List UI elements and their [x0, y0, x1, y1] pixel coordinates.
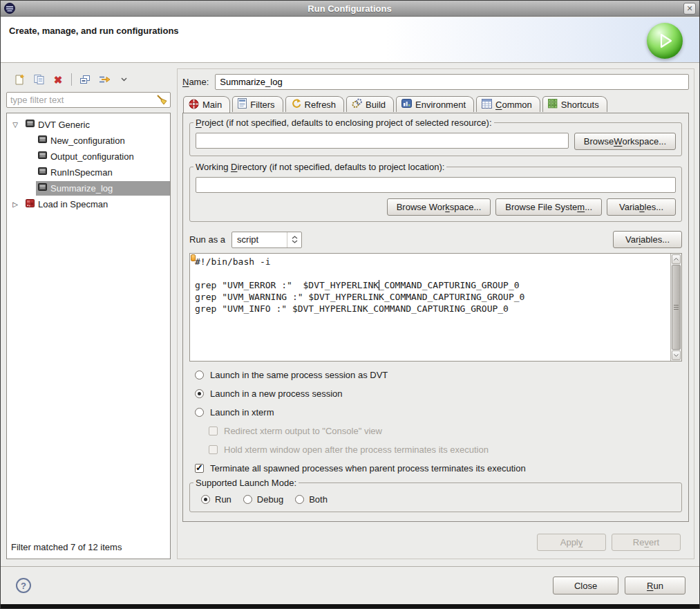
run-as-combo[interactable]: script — [231, 232, 302, 248]
tree-item-label: RunInSpecman — [50, 167, 113, 178]
project-group-label: Project (if not specified, defaults to e… — [193, 118, 494, 128]
configuration-form: Name: Main Filters Refresh Bu — [177, 68, 694, 559]
script-editor: #!/bin/bash -i grep "UVM_ERROR :" $DVT_H… — [189, 253, 682, 362]
tree-item-dvt-generic[interactable]: ▽ DVT Generic — [7, 117, 170, 133]
option-label: Launch in the same process session as DV… — [210, 370, 388, 380]
eclipse-icon — [4, 3, 16, 15]
close-button[interactable]: Close — [553, 577, 618, 594]
run-configurations-dialog: Run Configurations ✕ Create, manage, and… — [0, 0, 700, 609]
filter-configurations-icon[interactable] — [98, 73, 111, 86]
mode-label: Debug — [257, 494, 283, 505]
radio-icon[interactable] — [295, 495, 304, 504]
working-directory-group: Working Directory (if not specified, def… — [189, 167, 682, 222]
tree-item-output-configuration[interactable]: Output_configuration — [7, 149, 170, 165]
option-label: Terminate all spawned processes when par… — [210, 463, 526, 474]
checkbox-icon — [209, 427, 218, 435]
tab-shortcuts[interactable]: Shortcuts — [542, 96, 607, 112]
filters-tab-icon — [238, 98, 247, 111]
configuration-icon — [38, 135, 47, 146]
run-as-row: Run as a script Variables... — [189, 231, 682, 248]
option-new-process-session[interactable]: Launch in a new process session — [189, 384, 682, 403]
radio-icon[interactable] — [195, 408, 204, 417]
dialog-description: Create, manage, and run configurations — [9, 26, 691, 36]
checkbox-checked-icon[interactable] — [195, 464, 204, 473]
duplicate-configuration-icon[interactable] — [32, 73, 45, 86]
tab-build[interactable]: Build — [346, 96, 394, 112]
mode-both[interactable]: Both — [295, 494, 328, 505]
dialog-footer: ? Close Run — [1, 566, 699, 604]
tab-environment[interactable]: Environment — [396, 96, 474, 112]
wd-variables-button[interactable]: Variables... — [607, 198, 676, 216]
radio-checked-icon[interactable] — [201, 495, 210, 504]
working-directory-input[interactable] — [196, 177, 676, 193]
name-input[interactable] — [215, 74, 689, 90]
project-input[interactable] — [196, 133, 569, 149]
scroll-down-icon[interactable] — [672, 350, 681, 360]
run-banner-icon — [647, 23, 683, 59]
radio-checked-icon[interactable] — [195, 389, 204, 398]
tree-item-runinspecman[interactable]: RunInSpecman — [7, 165, 170, 180]
view-menu-icon[interactable] — [117, 73, 130, 86]
toolbar-separator — [71, 73, 72, 86]
option-hold-xterm-open: Hold xterm window open after the process… — [189, 440, 682, 459]
tab-label: Environment — [415, 100, 466, 110]
run-as-label: Run as a — [189, 234, 225, 245]
tree-item-new-configuration[interactable]: New_configuration — [7, 133, 170, 149]
run-button[interactable]: Run — [625, 577, 685, 594]
close-icon[interactable]: ✕ — [683, 3, 696, 15]
tree-item-load-in-specman[interactable]: ▷ Load in Specman — [7, 196, 170, 212]
collapse-arrow-icon[interactable]: ▽ — [7, 121, 23, 129]
filter-match-status: Filter matched 7 of 12 items — [7, 536, 170, 559]
option-label: Launch in xterm — [210, 407, 274, 418]
new-configuration-icon[interactable] — [13, 73, 26, 86]
dialog-body: ✖ ▽ — [1, 63, 699, 566]
scroll-up-icon[interactable] — [672, 254, 681, 264]
tab-common[interactable]: Common — [476, 96, 540, 112]
configurations-tree: ▽ DVT Generic New_configuration — [6, 113, 171, 559]
apply-revert-row: Apply Revert — [182, 534, 689, 551]
tab-main[interactable]: Main — [183, 96, 230, 113]
wd-browse-workspace-button[interactable]: Browse Workspace... — [387, 198, 491, 216]
tree-item-summarize-log[interactable]: Summarize_log — [7, 180, 170, 196]
option-same-process-session[interactable]: Launch in the same process session as DV… — [189, 366, 682, 384]
mode-debug[interactable]: Debug — [243, 494, 283, 505]
tab-label: Shortcuts — [561, 100, 599, 110]
configuration-icon — [38, 183, 47, 194]
tree-item-label: DVT Generic — [38, 120, 90, 130]
annotation-marker-icon — [191, 254, 196, 261]
collapse-all-icon[interactable] — [79, 73, 91, 86]
expand-arrow-icon[interactable]: ▷ — [7, 200, 23, 208]
mode-run[interactable]: Run — [201, 494, 231, 505]
script-scrollbar[interactable] — [670, 254, 681, 361]
mode-label: Run — [215, 494, 231, 505]
selected-tree-item[interactable]: Summarize_log — [36, 181, 170, 196]
option-launch-in-xterm[interactable]: Launch in xterm — [189, 403, 682, 422]
script-variables-button[interactable]: Variables... — [613, 231, 682, 248]
tab-filters[interactable]: Filters — [232, 96, 283, 112]
scrollbar-thumb[interactable] — [672, 265, 681, 350]
supported-launch-mode-group: Supported Launch Mode: Run Debug Both — [189, 482, 682, 512]
main-tab-content: Project (if not specified, defaults to e… — [182, 113, 689, 522]
configurations-sidebar: ✖ ▽ — [6, 68, 171, 559]
project-browse-workspace-button[interactable]: Browse Workspace... — [574, 133, 676, 150]
filter-input[interactable] — [6, 92, 171, 108]
radio-icon[interactable] — [195, 371, 204, 380]
clear-filter-icon[interactable] — [156, 94, 168, 108]
tab-refresh[interactable]: Refresh — [285, 96, 345, 112]
configuration-icon — [38, 167, 47, 178]
delete-configuration-icon[interactable]: ✖ — [52, 73, 64, 86]
tab-label: Build — [366, 100, 386, 110]
option-label: Redirect xterm output to "Console" view — [224, 426, 382, 436]
option-terminate-spawned-processes[interactable]: Terminate all spawned processes when par… — [189, 459, 682, 478]
radio-icon[interactable] — [243, 495, 252, 504]
name-row: Name: — [182, 73, 689, 90]
help-icon[interactable]: ? — [16, 578, 31, 593]
option-label: Launch in a new process session — [210, 388, 343, 399]
tree-item-label: New_configuration — [50, 135, 125, 146]
shortcuts-tab-icon — [548, 99, 558, 111]
wd-browse-filesystem-button[interactable]: Browse File System... — [495, 198, 602, 216]
combo-spinner-icon[interactable] — [287, 232, 301, 247]
title-bar[interactable]: Run Configurations ✕ — [1, 1, 699, 17]
refresh-tab-icon — [291, 98, 301, 111]
script-text-area[interactable]: #!/bin/bash -i grep "UVM_ERROR :" $DVT_H… — [190, 254, 670, 361]
